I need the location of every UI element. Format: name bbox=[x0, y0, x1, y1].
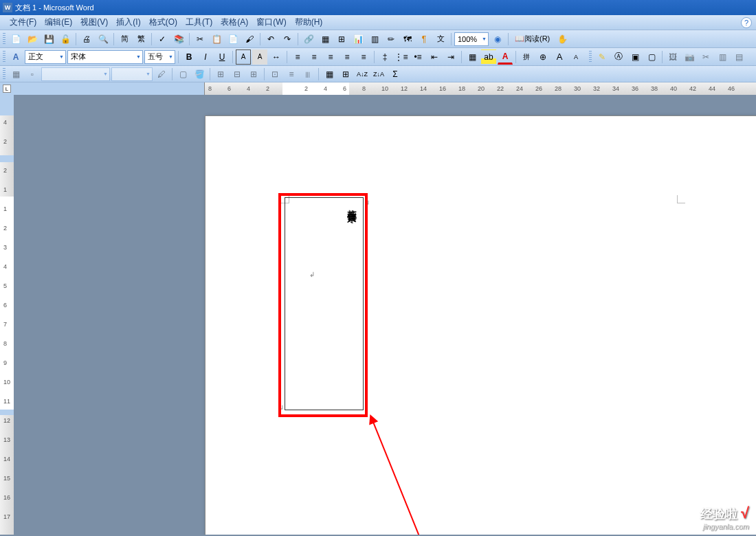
copy-button[interactable]: 📋 bbox=[209, 32, 224, 47]
line-style-dropdown[interactable] bbox=[41, 67, 110, 81]
char-scaling-button[interactable]: ↔ bbox=[269, 49, 284, 65]
menu-help[interactable]: 帮助(H) bbox=[291, 15, 327, 30]
spellcheck-button[interactable]: ✓ bbox=[155, 32, 170, 47]
menu-insert[interactable]: 插入(I) bbox=[112, 15, 144, 30]
font-color-button[interactable]: A bbox=[498, 49, 513, 65]
menu-tools[interactable]: 工具(T) bbox=[181, 15, 216, 30]
distribute-rows-button[interactable]: ≡ bbox=[284, 67, 299, 82]
drawing-button[interactable]: ✏ bbox=[383, 32, 399, 47]
insert-table-button[interactable]: ⊞ bbox=[334, 32, 349, 47]
excel-button[interactable]: 📊 bbox=[351, 32, 366, 47]
menu-format[interactable]: 格式(O) bbox=[145, 15, 181, 30]
zoom-dropdown[interactable]: 100% bbox=[454, 32, 489, 46]
more-button[interactable]: ▥ bbox=[715, 49, 730, 65]
chinese-traditional-button[interactable]: 繁 bbox=[133, 32, 148, 47]
menu-edit[interactable]: 编辑(E) bbox=[41, 15, 76, 30]
doc-map-button[interactable]: 🗺 bbox=[400, 32, 415, 47]
outside-border-button[interactable]: ▢ bbox=[175, 67, 190, 82]
grow-font-button[interactable]: A bbox=[552, 49, 567, 65]
align-left-button[interactable]: ≡ bbox=[290, 49, 305, 65]
shrink-font-button[interactable]: A bbox=[568, 49, 583, 65]
distribute-cols-button[interactable]: ⫼ bbox=[300, 67, 315, 82]
format-painter-button[interactable]: 🖌 bbox=[242, 32, 257, 47]
print-button[interactable]: 🖨 bbox=[79, 32, 94, 47]
hyperlink-button[interactable]: 🔗 bbox=[301, 32, 316, 47]
line-weight-dropdown[interactable] bbox=[111, 67, 153, 81]
hand-button[interactable]: ✋ bbox=[555, 32, 570, 47]
draw-table-button[interactable]: ▦ bbox=[8, 67, 23, 82]
align-center-button[interactable]: ≡ bbox=[307, 49, 322, 65]
hide-gridlines-button[interactable]: ⊞ bbox=[338, 67, 353, 82]
border-color-button[interactable]: 🖊 bbox=[154, 67, 169, 82]
text-tool-button[interactable]: Ⓐ bbox=[611, 49, 626, 65]
tables-borders-button[interactable]: ▦ bbox=[318, 32, 333, 47]
borders-button[interactable]: ▦ bbox=[465, 49, 480, 65]
underline-button[interactable]: U bbox=[214, 49, 230, 65]
phonetic-guide-button[interactable]: 拼 bbox=[519, 49, 534, 65]
permission-button[interactable]: 🔓 bbox=[58, 32, 73, 47]
styles-pane-button[interactable]: A bbox=[8, 49, 23, 65]
highlight-button[interactable]: ab bbox=[481, 49, 496, 65]
menu-table[interactable]: 表格(A) bbox=[216, 15, 252, 30]
preview-button[interactable]: 🔍 bbox=[96, 32, 111, 47]
new-doc-button[interactable]: 📄 bbox=[8, 32, 23, 47]
open-button[interactable]: 📂 bbox=[25, 32, 40, 47]
menu-file[interactable]: 文件(F) bbox=[5, 15, 41, 30]
columns-button[interactable]: ▥ bbox=[367, 32, 382, 47]
help-button[interactable]: ◉ bbox=[490, 32, 505, 47]
vertical-ruler[interactable]: 4 2 2 1 1 2 3 4 5 6 7 8 9 10 11 12 13 14… bbox=[0, 95, 14, 535]
merge-cells-button[interactable]: ⊟ bbox=[230, 67, 245, 82]
redo-button[interactable]: ↷ bbox=[280, 32, 295, 47]
undo-button[interactable]: ↶ bbox=[263, 32, 278, 47]
bullets-button[interactable]: •≡ bbox=[410, 49, 425, 65]
paste-button[interactable]: 📄 bbox=[225, 32, 241, 47]
scan-button[interactable]: 📷 bbox=[682, 49, 697, 65]
ungroup-button[interactable]: ▢ bbox=[644, 49, 659, 65]
bold-button[interactable]: B bbox=[181, 49, 197, 65]
align-cell-button[interactable]: ⊡ bbox=[267, 67, 282, 82]
help-icon[interactable]: ? bbox=[741, 17, 752, 28]
split-cells-button[interactable]: ⊞ bbox=[246, 67, 261, 82]
increase-indent-button[interactable]: ⇥ bbox=[443, 49, 458, 65]
text-direction-button[interactable]: 文 bbox=[433, 32, 448, 47]
read-mode-button[interactable]: 📖 阅读(R) bbox=[511, 32, 553, 47]
save-button[interactable]: 💾 bbox=[41, 32, 56, 47]
distribute-button[interactable]: ≡ bbox=[356, 49, 371, 65]
font-size-dropdown[interactable]: 五号 bbox=[144, 50, 175, 64]
align-right-button[interactable]: ≡ bbox=[323, 49, 338, 65]
insert-table2-button[interactable]: ⊞ bbox=[213, 67, 228, 82]
autoformat-button[interactable]: ▦ bbox=[322, 67, 337, 82]
enclose-char-button[interactable]: ⊕ bbox=[535, 49, 551, 65]
photo-button[interactable]: 🖼 bbox=[665, 49, 680, 65]
char-shading-button[interactable]: A bbox=[252, 49, 267, 65]
show-marks-button[interactable]: ¶ bbox=[416, 32, 432, 47]
cut-button[interactable]: ✂ bbox=[192, 32, 208, 47]
menu-window[interactable]: 窗口(W) bbox=[252, 15, 290, 30]
line-spacing-button[interactable]: ‡ bbox=[377, 49, 392, 65]
research-button[interactable]: 📚 bbox=[171, 32, 186, 47]
italic-button[interactable]: I bbox=[198, 49, 213, 65]
group-button[interactable]: ▣ bbox=[627, 49, 643, 65]
decrease-indent-button[interactable]: ⇤ bbox=[427, 49, 442, 65]
page[interactable]: ↲ 梅花香自苦寒来 ↲ ↲ bbox=[205, 115, 756, 535]
layout-button[interactable]: ▤ bbox=[731, 49, 746, 65]
textbox-content[interactable]: 梅花香自苦寒来 bbox=[345, 198, 363, 207]
horizontal-ruler[interactable]: 8 6 4 2 2 4 6 8 10 12 14 16 18 20 22 24 … bbox=[205, 82, 756, 95]
shading-color-button[interactable]: 🪣 bbox=[192, 67, 207, 82]
tab-selector[interactable]: L bbox=[3, 85, 11, 93]
style-dropdown[interactable]: 正文 bbox=[25, 50, 66, 64]
menu-view[interactable]: 视图(V) bbox=[76, 15, 112, 30]
vertical-text-box[interactable]: ↲ 梅花香自苦寒来 ↲ ↲ bbox=[285, 197, 364, 410]
autosum-button[interactable]: Σ bbox=[388, 67, 403, 82]
chinese-simplify-button[interactable]: 简 bbox=[117, 32, 132, 47]
document-area[interactable]: ↲ 梅花香自苦寒来 ↲ ↲ bbox=[14, 95, 756, 535]
sort-asc-button[interactable]: A↓Z bbox=[355, 67, 370, 82]
justify-button[interactable]: ≡ bbox=[340, 49, 355, 65]
char-border-button[interactable]: A bbox=[236, 49, 251, 65]
numbering-button[interactable]: ⋮≡ bbox=[394, 49, 409, 65]
font-dropdown[interactable]: 宋体 bbox=[67, 50, 143, 64]
highlighter-button[interactable]: ✎ bbox=[594, 49, 610, 65]
clip-button[interactable]: ✂ bbox=[698, 49, 713, 65]
sort-desc-button[interactable]: Z↓A bbox=[371, 67, 386, 82]
eraser-button[interactable]: ▫ bbox=[25, 67, 40, 82]
